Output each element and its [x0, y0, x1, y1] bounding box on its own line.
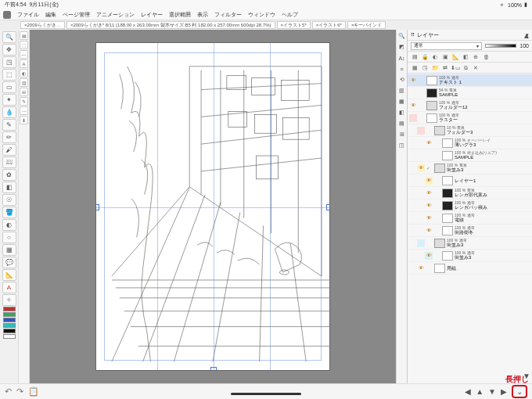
layer-row[interactable]: 👁用紙: [408, 262, 532, 275]
dup-icon[interactable]: ⧉: [462, 64, 469, 72]
scroll-up-icon[interactable]: ▲: [523, 31, 530, 40]
visibility-toggle[interactable]: [409, 89, 417, 97]
menu-window[interactable]: ウィンドウ: [248, 11, 275, 19]
tool-shape[interactable]: ○: [2, 232, 16, 243]
sub-8[interactable]: ⋯: [20, 106, 28, 115]
tool-zoom[interactable]: 🔍: [2, 31, 16, 43]
visibility-toggle[interactable]: 👁: [425, 214, 433, 222]
combine-icon[interactable]: ⊕: [472, 53, 480, 61]
layer-row[interactable]: 100 % 通常街並み3: [408, 237, 532, 250]
visibility-toggle[interactable]: 👁: [425, 202, 433, 210]
tool-select[interactable]: ▭: [2, 81, 16, 93]
tab-2[interactable]: × 2009らくがき* 8/11 (188.00 x 263.00mm 製本サイ…: [66, 21, 275, 29]
rtool-x2[interactable]: ◧: [397, 108, 406, 117]
rtool-auto[interactable]: ⟲: [397, 75, 406, 84]
layer-row[interactable]: 54 % 乗算SAMPLE: [408, 87, 532, 99]
rtool-x5[interactable]: ◫: [397, 141, 406, 150]
rtool-mat[interactable]: ▥: [397, 86, 406, 95]
canvas[interactable]: [95, 42, 330, 371]
opacity-slider[interactable]: [485, 44, 516, 48]
color-green[interactable]: [3, 312, 16, 317]
color-icon[interactable]: ◧: [462, 53, 469, 61]
visibility-toggle[interactable]: 👁: [425, 139, 433, 147]
visibility-toggle[interactable]: 👁: [417, 164, 425, 172]
tool-layermove[interactable]: ⬚: [2, 69, 16, 81]
rtool-x3[interactable]: ▤: [397, 119, 406, 128]
sub-1[interactable]: ▤: [20, 31, 28, 40]
redo-icon[interactable]: ↷: [16, 386, 23, 397]
visibility-toggle[interactable]: [417, 127, 425, 135]
visibility-toggle[interactable]: 👁: [409, 77, 417, 84]
menu-anim[interactable]: アニメーション: [96, 11, 135, 19]
layer-row[interactable]: 👁100 % 乗算レンガ部代案み: [408, 187, 532, 200]
ruler-icon[interactable]: 📐: [451, 53, 459, 61]
menu-view[interactable]: 表示: [197, 11, 208, 19]
tool-blend[interactable]: ☉: [2, 194, 16, 206]
tool-balloon[interactable]: 💬: [2, 257, 16, 268]
tool-frame[interactable]: ▦: [2, 244, 16, 256]
color-red[interactable]: [3, 307, 16, 311]
tool-text[interactable]: A: [2, 282, 16, 293]
layer-row[interactable]: 👁100 % オーバーレイ薄いグラ3: [408, 137, 532, 149]
lock-slot[interactable]: ✓: [426, 165, 433, 171]
trash-icon[interactable]: ✕: [472, 64, 480, 72]
transfer-icon[interactable]: ⇄: [441, 64, 449, 72]
tab-4[interactable]: × イラスト6*: [312, 21, 346, 29]
menu-select[interactable]: 選択範囲: [169, 11, 191, 19]
menu-layer[interactable]: レイヤー: [141, 11, 163, 19]
layer-row[interactable]: 👁100 % 通常電線: [408, 212, 532, 225]
visibility-toggle[interactable]: 👁: [425, 177, 433, 185]
tool-ruler[interactable]: 📐: [2, 269, 16, 281]
new-vector-icon[interactable]: ◳: [421, 64, 429, 72]
tool-grad[interactable]: ◐: [2, 219, 16, 231]
home-indicator[interactable]: [231, 393, 301, 395]
color-blue[interactable]: [3, 318, 16, 322]
nav-up-icon[interactable]: ▲: [476, 387, 483, 396]
color-black[interactable]: [3, 329, 16, 333]
undo-icon[interactable]: ↶: [5, 386, 12, 397]
layer-row[interactable]: 👁100 % 通常街並み3: [408, 250, 532, 262]
new-raster-icon[interactable]: ▦: [411, 64, 419, 72]
tool-operate[interactable]: ◳: [2, 56, 16, 68]
rtool-nav[interactable]: ◩: [397, 42, 406, 52]
mask-icon[interactable]: ◐: [431, 53, 439, 61]
merge-icon[interactable]: ⬇▭: [451, 64, 459, 72]
visibility-toggle[interactable]: 👁: [417, 264, 425, 272]
rtool-search[interactable]: 🔍: [397, 31, 406, 41]
canvas-area[interactable]: [30, 30, 396, 383]
sub-9[interactable]: ⬇: [20, 116, 28, 124]
nav-down-icon[interactable]: ▼: [488, 387, 496, 396]
sub-b[interactable]: ◐: [20, 69, 28, 77]
visibility-toggle[interactable]: 👁: [425, 189, 433, 197]
ref-icon[interactable]: ▣: [441, 53, 449, 61]
tool-eyedrop[interactable]: 💧: [2, 106, 16, 118]
menu-page[interactable]: ページ管理: [63, 11, 90, 19]
sub-2[interactable]: ⬚: [20, 41, 28, 49]
layer-row[interactable]: 👁✓100 % 乗算街並み3: [408, 162, 532, 174]
sub-6[interactable]: ⊞: [20, 88, 28, 96]
tool-wand[interactable]: ✦: [2, 94, 16, 106]
tool-deco[interactable]: ✿: [2, 169, 16, 181]
new-layer-icon[interactable]: ▤: [411, 53, 419, 61]
visibility-toggle[interactable]: 👁: [425, 252, 433, 260]
nav-expand-icon[interactable]: ⌄: [516, 387, 523, 396]
tab-1[interactable]: × 2009らくがき…: [20, 21, 65, 29]
menu-file[interactable]: ファイル: [17, 11, 39, 19]
rtool-x1[interactable]: ▦: [397, 97, 406, 106]
sub-3[interactable]: —: [20, 50, 28, 59]
tool-pencil[interactable]: ✏: [2, 131, 16, 143]
menu-edit[interactable]: 編集: [45, 11, 56, 19]
tab-5[interactable]: × キーバインド: [347, 21, 386, 29]
nav-right-icon[interactable]: ▶: [501, 387, 507, 396]
visibility-toggle[interactable]: [417, 239, 425, 247]
lock-icon[interactable]: 🔒: [421, 53, 429, 61]
color-white[interactable]: [3, 334, 16, 339]
visibility-toggle[interactable]: 👁: [409, 102, 417, 110]
layer-row[interactable]: 👁100 % 通常フォルダー12: [408, 99, 532, 112]
layer-row[interactable]: 👁100 % 通常レンガパッ積み: [408, 200, 532, 212]
tool-pen[interactable]: ✎: [2, 119, 16, 131]
rtool-text[interactable]: A↕: [397, 53, 406, 63]
tool-brush[interactable]: 🖌: [2, 144, 16, 156]
layer-row[interactable]: 👁100 % 通常テキスト 1: [408, 74, 532, 87]
rtool-x4[interactable]: ⊞: [397, 130, 406, 139]
